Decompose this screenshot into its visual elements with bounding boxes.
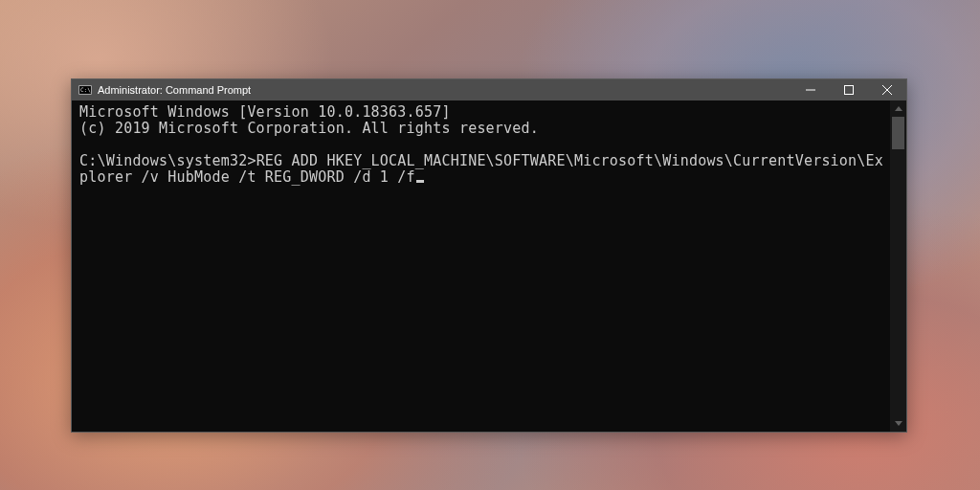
titlebar[interactable]: C:\ Administrator: Command Prompt [72,79,906,100]
svg-text:C:\: C:\ [80,86,91,93]
copyright-line: (c) 2019 Microsoft Corporation. All righ… [79,120,539,137]
cursor [416,180,424,183]
command-prompt-window: C:\ Administrator: Command Prompt Micros… [71,78,907,433]
scroll-down-button[interactable] [890,415,906,432]
svg-marker-7 [895,106,902,111]
minimize-button[interactable] [791,79,830,100]
scroll-thumb[interactable] [892,117,904,149]
cmd-icon: C:\ [78,84,92,96]
terminal-output[interactable]: Microsoft Windows [Version 10.0.18363.65… [79,104,889,428]
svg-rect-4 [845,86,854,95]
window-title: Administrator: Command Prompt [98,79,251,100]
prompt: C:\Windows\system32> [79,152,256,169]
svg-marker-8 [895,421,902,426]
svg-rect-3 [806,90,815,91]
maximize-button[interactable] [830,79,868,100]
client-area: Microsoft Windows [Version 10.0.18363.65… [72,100,906,432]
version-line: Microsoft Windows [Version 10.0.18363.65… [79,103,451,121]
vertical-scrollbar[interactable] [890,100,906,432]
close-button[interactable] [868,79,906,100]
scroll-up-button[interactable] [890,100,906,117]
